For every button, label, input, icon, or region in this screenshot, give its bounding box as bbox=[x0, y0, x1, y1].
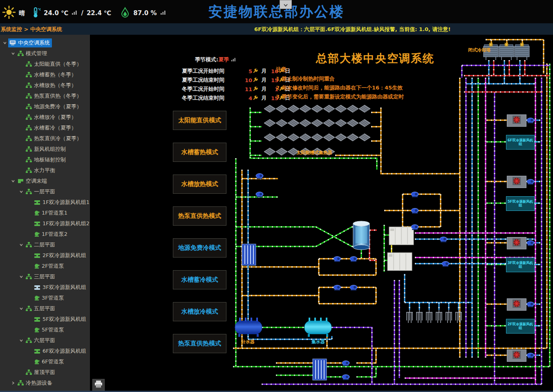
air-handling-unit[interactable] bbox=[507, 349, 526, 362]
pipeline-pump[interactable] bbox=[526, 179, 535, 186]
sidebar-item[interactable]: 地板辐射控制 bbox=[0, 155, 90, 165]
pump[interactable] bbox=[440, 237, 447, 242]
chevron-right-icon[interactable] bbox=[10, 381, 16, 385]
header-collapse-tab[interactable] bbox=[280, 0, 292, 9]
sidebar-item[interactable]: 冷热源设备 bbox=[0, 378, 90, 388]
sidebar-item[interactable]: 水槽放热（冬季） bbox=[0, 80, 90, 91]
sidebar-item[interactable]: 2F双冷源新风机组 bbox=[0, 250, 90, 261]
season-month-value[interactable]: 5 bbox=[243, 68, 252, 74]
sidebar-item[interactable]: 热泵直供热（冬季） bbox=[0, 91, 90, 101]
sidebar-item[interactable]: 5F管道泵 bbox=[0, 325, 90, 335]
air-handling-unit[interactable] bbox=[507, 114, 526, 127]
season-month-value[interactable]: 4 bbox=[243, 95, 252, 101]
mode-button[interactable]: 水槽放冷模式 bbox=[173, 302, 226, 321]
sidebar-item[interactable]: 6F管道泵 bbox=[0, 356, 90, 367]
sidebar-item[interactable]: 太阳能直供（冬季） bbox=[0, 59, 90, 69]
pump[interactable] bbox=[411, 192, 419, 197]
mode-button[interactable]: 热泵直供热模式 bbox=[173, 206, 226, 226]
chevron-down-icon[interactable] bbox=[10, 179, 16, 183]
alarm-message[interactable]: 6F双冷源新风机组：六层平面.6F双冷源新风机组.缺风报警, 当前值: 1.0,… bbox=[254, 26, 450, 33]
heat-pump-cabinet[interactable] bbox=[387, 253, 412, 271]
breadcrumb[interactable]: 系统监控 > 中央空调系统 bbox=[1, 26, 62, 33]
season-month-value[interactable]: 10 bbox=[243, 77, 252, 83]
plate-heat-exchanger[interactable] bbox=[242, 244, 256, 265]
chevron-down-icon[interactable] bbox=[2, 41, 8, 45]
cooling-tower[interactable] bbox=[499, 43, 514, 60]
sidebar-item[interactable]: 1F双冷源新风机组2 bbox=[0, 218, 90, 229]
fresh-air-unit[interactable]: 6F双冷源新风机组 bbox=[506, 135, 535, 150]
wrench-icon[interactable] bbox=[253, 78, 258, 83]
pump[interactable] bbox=[334, 285, 341, 291]
pipeline-pump[interactable] bbox=[526, 301, 535, 309]
sidebar-item[interactable]: 2F管道泵 bbox=[0, 261, 90, 271]
wrench-icon[interactable] bbox=[253, 87, 258, 92]
sidebar-item[interactable]: 1F管道泵2 bbox=[0, 229, 90, 240]
chevron-down-icon[interactable] bbox=[18, 190, 25, 194]
chevron-down-icon[interactable] bbox=[18, 307, 25, 311]
chevron-down-icon[interactable] bbox=[18, 275, 25, 279]
pump[interactable] bbox=[350, 257, 357, 262]
sidebar-item[interactable]: 1F双冷源新风机组1 bbox=[0, 197, 90, 208]
sidebar-item[interactable]: 3F管道泵 bbox=[0, 293, 90, 303]
water-collector[interactable] bbox=[304, 318, 331, 337]
chevron-down-icon[interactable] bbox=[10, 52, 16, 56]
pump[interactable] bbox=[411, 225, 419, 230]
mode-button[interactable]: 太阳能直供模式 bbox=[173, 111, 226, 130]
pipeline-pump[interactable] bbox=[526, 117, 535, 125]
pump[interactable] bbox=[334, 257, 341, 262]
pump[interactable] bbox=[442, 262, 449, 267]
season-month-value[interactable]: 11 bbox=[243, 86, 252, 92]
sidebar-item[interactable]: 1F管道泵1 bbox=[0, 208, 90, 218]
pump[interactable] bbox=[411, 208, 419, 214]
pipeline-pump[interactable] bbox=[526, 352, 535, 360]
sidebar-item[interactable]: 新风机组控制 bbox=[0, 144, 90, 155]
sidebar-item[interactable]: 5F双冷源新风机组 bbox=[0, 314, 90, 325]
mode-button[interactable]: 热泵直供热模式 bbox=[173, 334, 226, 353]
air-handling-unit[interactable] bbox=[507, 237, 526, 249]
mode-button[interactable]: 水槽放热模式 bbox=[173, 175, 226, 194]
mode-button[interactable]: 水槽蓄热模式 bbox=[173, 143, 226, 162]
heat-pump-cabinet[interactable] bbox=[389, 227, 414, 245]
sidebar-item[interactable]: 水槽放冷（夏季） bbox=[0, 112, 90, 123]
sidebar-item[interactable]: 热泵直供冷（夏季） bbox=[0, 133, 90, 144]
sidebar-item[interactable]: 模式管理 bbox=[0, 48, 90, 59]
fresh-air-unit[interactable]: 3F双冷源新风机组 bbox=[506, 258, 535, 272]
wrench-icon[interactable] bbox=[253, 96, 258, 101]
fresh-air-unit[interactable]: 2F双冷源新风机组 bbox=[506, 319, 535, 334]
sidebar-item[interactable]: 水槽蓄热（冬季） bbox=[0, 69, 90, 80]
sidebar-item[interactable]: 6F双冷源新风机组 bbox=[0, 346, 90, 356]
cooling-tower[interactable] bbox=[515, 43, 529, 60]
sidebar-item[interactable]: 一层平面 bbox=[0, 186, 90, 197]
season-mode-line: 季节模式:夏季 bbox=[195, 56, 236, 63]
print-button[interactable] bbox=[92, 379, 105, 391]
mode-button[interactable]: 水槽蓄冷模式 bbox=[173, 270, 226, 289]
pump[interactable] bbox=[342, 375, 349, 380]
air-handling-unit[interactable] bbox=[507, 298, 526, 311]
sidebar-item[interactable]: 五层平面 bbox=[0, 303, 90, 314]
sidebar-item[interactable]: 空调末端 bbox=[0, 176, 90, 186]
sidebar-item[interactable]: 屋顶平面 bbox=[0, 367, 90, 378]
sidebar-item[interactable]: 水力平衡 bbox=[0, 165, 90, 176]
sidebar-item[interactable]: 中央空调系统 bbox=[0, 38, 90, 48]
wrench-icon[interactable] bbox=[253, 69, 258, 74]
sidebar-item[interactable]: 水槽蓄冷（夏季） bbox=[0, 123, 90, 133]
sidebar-item[interactable]: 六层平面 bbox=[0, 335, 90, 346]
air-handling-unit[interactable] bbox=[507, 176, 526, 188]
pump[interactable] bbox=[256, 174, 263, 179]
storage-tank[interactable] bbox=[353, 221, 369, 250]
sidebar-item[interactable]: 3F双冷源新风机组 bbox=[0, 282, 90, 293]
sidebar-item[interactable]: 三层平面 bbox=[0, 271, 90, 282]
fresh-air-unit[interactable]: 5F双冷源新风机组 bbox=[506, 196, 535, 211]
pump[interactable] bbox=[256, 192, 263, 197]
trend-icon[interactable] bbox=[231, 57, 236, 62]
sidebar-item[interactable]: 地源免费冷（夏季） bbox=[0, 101, 90, 112]
pump[interactable] bbox=[342, 361, 349, 366]
pump[interactable] bbox=[350, 285, 357, 291]
chevron-down-icon[interactable] bbox=[18, 338, 25, 343]
chevron-down-icon[interactable] bbox=[18, 243, 25, 247]
sidebar-item[interactable]: 二层平面 bbox=[0, 240, 90, 250]
mode-button[interactable]: 地源免费冷模式 bbox=[173, 238, 226, 258]
pipeline-pump[interactable] bbox=[526, 240, 535, 248]
ground-loop bbox=[446, 310, 452, 323]
plate-heat-exchanger[interactable] bbox=[313, 359, 327, 380]
